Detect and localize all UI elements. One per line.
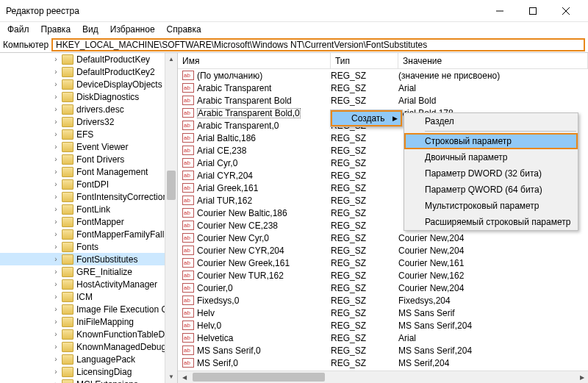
ctx-item[interactable]: Двоичный параметр	[404, 149, 578, 165]
list-row[interactable]: HelvREG_SZMS Sans Serif	[178, 307, 588, 319]
addr-path[interactable]: HKEY_LOCAL_MACHINE\SOFTWARE\Microsoft\Wi…	[51, 38, 585, 51]
ctx-item[interactable]: Раздел	[404, 113, 578, 129]
menu-file[interactable]: Файл	[3, 23, 34, 36]
expand-icon[interactable]: ›	[51, 305, 60, 313]
tree-item[interactable]: ›Font Management	[0, 165, 177, 178]
maximize-button[interactable]	[516, 0, 549, 21]
minimize-button[interactable]	[483, 0, 516, 21]
expand-icon[interactable]: ›	[51, 118, 60, 126]
list-row[interactable]: Courier New TUR,162REG_SZCourier New,162	[178, 269, 588, 282]
expand-icon[interactable]: ›	[51, 243, 60, 251]
list-hscrollbar[interactable]: ◀ ▶	[178, 371, 588, 383]
tree-item[interactable]: ›Fonts	[0, 240, 177, 253]
tree-item[interactable]: ›drivers.desc	[0, 103, 177, 115]
list-row[interactable]: Helv,0REG_SZMS Sans Serif,204	[178, 319, 588, 332]
tree-item[interactable]: ›DiskDiagnostics	[0, 90, 177, 103]
expand-icon[interactable]: ›	[51, 68, 60, 76]
ctx-item[interactable]: Параметр QWORD (64 бита)	[404, 182, 578, 198]
expand-icon[interactable]: ›	[51, 330, 60, 338]
expand-icon[interactable]: ›	[51, 343, 60, 351]
tree-item[interactable]: ›KnownFunctionTableDlls	[0, 328, 177, 340]
tree-item[interactable]: ›FontLink	[0, 203, 177, 215]
scroll-left-icon[interactable]: ◀	[178, 371, 190, 383]
tree-item[interactable]: ›EFS	[0, 128, 177, 140]
ctx-item[interactable]: Параметр DWORD (32 бита)	[404, 165, 578, 182]
string-value-icon	[182, 146, 194, 155]
tree-item[interactable]: ›FontMapper	[0, 215, 177, 228]
expand-icon[interactable]: ›	[51, 380, 60, 383]
tree-item[interactable]: ›IniFileMapping	[0, 315, 177, 328]
expand-icon[interactable]: ›	[51, 93, 60, 101]
close-button[interactable]	[549, 0, 582, 21]
tree-item[interactable]: ›LicensingDiag	[0, 365, 177, 378]
tree-item[interactable]: ›KnownManagedDebuggi	[0, 340, 177, 353]
tree-item[interactable]: ›Image File Execution Opt	[0, 303, 177, 315]
tree-item[interactable]: ›HostActivityManager	[0, 278, 177, 290]
ctx-item[interactable]: Расширяемый строковый параметр	[404, 214, 578, 230]
ctx-create[interactable]: Создать ▶	[331, 110, 402, 126]
scroll-down-icon[interactable]: ▼	[165, 371, 177, 383]
tree-item[interactable]: ›FontSubstitutes	[0, 253, 177, 265]
tree-scrollbar[interactable]: ▲ ▼	[165, 53, 177, 383]
folder-icon	[62, 379, 74, 384]
ctx-item[interactable]: Мультистроковый параметр	[404, 198, 578, 214]
menu-help[interactable]: Справка	[162, 23, 206, 36]
col-value[interactable]: Значение	[398, 53, 588, 68]
tree-item[interactable]: ›FontMapperFamilyFallba	[0, 228, 177, 240]
tree-item[interactable]: ›FontDPI	[0, 178, 177, 190]
tree-item[interactable]: ›DeviceDisplayObjects	[0, 78, 177, 90]
tree-item[interactable]: ›DefaultProductKey2	[0, 65, 177, 78]
expand-icon[interactable]: ›	[51, 230, 60, 238]
list-row[interactable]: Arabic Transparent BoldREG_SZArial Bold	[178, 94, 588, 107]
tree-item[interactable]: ›Font Drivers	[0, 153, 177, 165]
list-row[interactable]: Courier New Greek,161REG_SZCourier New,1…	[178, 257, 588, 269]
menu-view[interactable]: Вид	[78, 23, 103, 36]
list-row[interactable]: MS Serif,0REG_SZMS Serif,204	[178, 357, 588, 369]
hscroll-thumb[interactable]	[193, 373, 325, 382]
tree-item[interactable]: ›DefaultProductKey	[0, 53, 177, 65]
folder-icon	[62, 92, 74, 102]
expand-icon[interactable]: ›	[51, 268, 60, 276]
expand-icon[interactable]: ›	[51, 280, 60, 288]
tree-item[interactable]: ›Event Viewer	[0, 140, 177, 153]
list-row[interactable]: MS Sans Serif,0REG_SZMS Sans Serif,204	[178, 344, 588, 357]
expand-icon[interactable]: ›	[51, 318, 60, 326]
expand-icon[interactable]: ›	[51, 205, 60, 213]
expand-icon[interactable]: ›	[51, 55, 60, 63]
expand-icon[interactable]: ›	[51, 368, 60, 376]
expand-icon[interactable]: ›	[51, 105, 60, 113]
scroll-right-icon[interactable]: ▶	[576, 371, 588, 383]
list-row[interactable]: HelveticaREG_SZArial	[178, 332, 588, 344]
list-row[interactable]: Courier New CYR,204REG_SZCourier New,204	[178, 244, 588, 257]
list-row[interactable]: Arabic TransparentREG_SZArial	[178, 82, 588, 94]
tree-item[interactable]: ›ICM	[0, 290, 177, 303]
col-type[interactable]: Тип	[331, 53, 398, 68]
row-value: Arial	[398, 83, 588, 93]
col-name[interactable]: Имя	[178, 53, 331, 68]
scroll-up-icon[interactable]: ▲	[165, 53, 177, 65]
expand-icon[interactable]: ›	[51, 168, 60, 176]
list-row[interactable]: (По умолчанию)REG_SZ(значение не присвое…	[178, 69, 588, 82]
expand-icon[interactable]: ›	[51, 255, 60, 263]
expand-icon[interactable]: ›	[51, 180, 60, 188]
expand-icon[interactable]: ›	[51, 80, 60, 88]
expand-icon[interactable]: ›	[51, 355, 60, 363]
menu-fav[interactable]: Избранное	[106, 23, 159, 36]
tree-item[interactable]: ›LanguagePack	[0, 353, 177, 365]
tree-item[interactable]: ›MCI Extensions	[0, 378, 177, 383]
expand-icon[interactable]: ›	[51, 293, 60, 301]
scroll-thumb[interactable]	[167, 171, 176, 200]
list-row[interactable]: Fixedsys,0REG_SZFixedsys,204	[178, 294, 588, 307]
tree-item[interactable]: ›Drivers32	[0, 115, 177, 128]
list-row[interactable]: Courier New Cyr,0REG_SZCourier New,204	[178, 232, 588, 244]
list-row[interactable]: Courier,0REG_SZCourier New,204	[178, 282, 588, 294]
expand-icon[interactable]: ›	[51, 143, 60, 151]
ctx-item[interactable]: Строковый параметр	[404, 133, 578, 149]
expand-icon[interactable]: ›	[51, 218, 60, 226]
expand-icon[interactable]: ›	[51, 130, 60, 138]
tree-item[interactable]: ›FontIntensityCorrection	[0, 190, 177, 203]
expand-icon[interactable]: ›	[51, 155, 60, 163]
tree-item[interactable]: ›GRE_Initialize	[0, 265, 177, 278]
menu-edit[interactable]: Правка	[37, 23, 76, 36]
expand-icon[interactable]: ›	[51, 193, 60, 201]
